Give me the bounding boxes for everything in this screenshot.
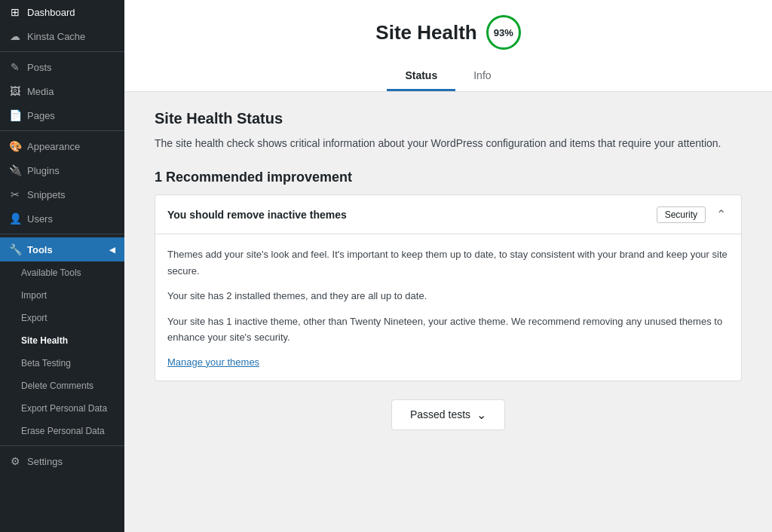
section-description: The site health check shows critical inf… xyxy=(155,135,742,151)
sidebar-item-settings[interactable]: ⚙ Settings xyxy=(0,449,124,473)
page-title-row: Site Health 93% xyxy=(155,15,742,50)
sidebar-item-snippets[interactable]: ✂ Snippets xyxy=(0,182,124,206)
health-score-circle: 93% xyxy=(486,15,521,50)
sidebar-item-kinsta-cache[interactable]: ☁ Kinsta Cache xyxy=(0,24,124,48)
dashboard-icon: ⊞ xyxy=(9,6,21,18)
kinsta-icon: ☁ xyxy=(9,30,21,42)
content-area: Site Health Status The site health check… xyxy=(124,92,772,448)
sidebar-item-available-tools[interactable]: Available Tools xyxy=(0,261,124,284)
health-score-value: 93% xyxy=(494,27,513,38)
sidebar-sep-3 xyxy=(0,234,124,234)
issue-card-body: Themes add your site's look and feel. It… xyxy=(155,234,741,380)
tabs-nav: Status Info xyxy=(155,62,742,91)
tab-status[interactable]: Status xyxy=(387,62,455,91)
sidebar-item-export[interactable]: Export xyxy=(0,307,124,329)
plugins-icon: 🔌 xyxy=(9,164,21,176)
sidebar-sep-1 xyxy=(0,51,124,52)
snippets-icon: ✂ xyxy=(9,188,21,200)
issue-card: You should remove inactive themes Securi… xyxy=(155,194,742,381)
sidebar-item-appearance[interactable]: 🎨 Appearance xyxy=(0,134,124,158)
tools-icon: 🔧 xyxy=(9,243,21,255)
passed-tests-container: Passed tests ⌄ xyxy=(155,399,742,430)
tab-info[interactable]: Info xyxy=(455,62,509,91)
sidebar-item-users[interactable]: 👤 Users xyxy=(0,206,124,231)
media-icon: 🖼 xyxy=(9,85,21,97)
collapse-button[interactable]: ⌃ xyxy=(713,206,729,223)
sidebar-item-posts[interactable]: ✎ Posts xyxy=(0,55,124,79)
sidebar-item-site-health[interactable]: Site Health ◀ xyxy=(0,329,124,352)
sidebar: ⊞ Dashboard ☁ Kinsta Cache ✎ Posts 🖼 Med… xyxy=(0,0,124,532)
sidebar-item-import[interactable]: Import xyxy=(0,284,124,307)
page-title: Site Health xyxy=(375,21,476,44)
settings-icon: ⚙ xyxy=(9,455,21,467)
security-tag-badge: Security xyxy=(657,206,706,223)
sidebar-item-tools[interactable]: 🔧 Tools ◀ xyxy=(0,237,124,261)
sidebar-sep-2 xyxy=(0,130,124,131)
sidebar-item-delete-comments[interactable]: Delete Comments xyxy=(0,375,124,397)
issue-body-line1: Themes add your site's look and feel. It… xyxy=(167,246,729,279)
issue-body-line3: Your site has 1 inactive theme, other th… xyxy=(167,313,729,346)
sidebar-item-plugins[interactable]: 🔌 Plugins xyxy=(0,158,124,182)
page-header: Site Health 93% Status Info xyxy=(124,0,772,92)
main-content: Site Health 93% Status Info Site Health … xyxy=(124,0,772,532)
sidebar-item-dashboard[interactable]: ⊞ Dashboard xyxy=(0,0,124,24)
issue-card-header: You should remove inactive themes Securi… xyxy=(155,195,741,234)
sidebar-sep-4 xyxy=(0,445,124,446)
sidebar-item-beta-testing[interactable]: Beta Testing xyxy=(0,352,124,375)
manage-themes-link[interactable]: Manage your themes xyxy=(167,356,259,368)
passed-tests-button[interactable]: Passed tests ⌄ xyxy=(391,399,505,430)
sidebar-item-erase-personal-data[interactable]: Erase Personal Data xyxy=(0,420,124,442)
sidebar-item-pages[interactable]: 📄 Pages xyxy=(0,103,124,127)
pages-icon: 📄 xyxy=(9,109,21,121)
issue-body-line2: Your site has 2 installed themes, and th… xyxy=(167,288,729,304)
appearance-icon: 🎨 xyxy=(9,140,21,152)
chevron-down-icon: ⌄ xyxy=(476,408,486,422)
tools-arrow-icon: ◀ xyxy=(109,246,115,254)
users-icon: 👤 xyxy=(9,212,21,225)
issue-title: You should remove inactive themes xyxy=(167,209,347,221)
sidebar-item-export-personal-data[interactable]: Export Personal Data xyxy=(0,397,124,420)
recommended-heading: 1 Recommended improvement xyxy=(155,170,742,185)
sidebar-item-media[interactable]: 🖼 Media xyxy=(0,79,124,103)
passed-tests-label: Passed tests xyxy=(410,408,470,420)
section-heading: Site Health Status xyxy=(155,110,742,127)
issue-header-right: Security ⌃ xyxy=(657,206,729,223)
posts-icon: ✎ xyxy=(9,61,21,73)
